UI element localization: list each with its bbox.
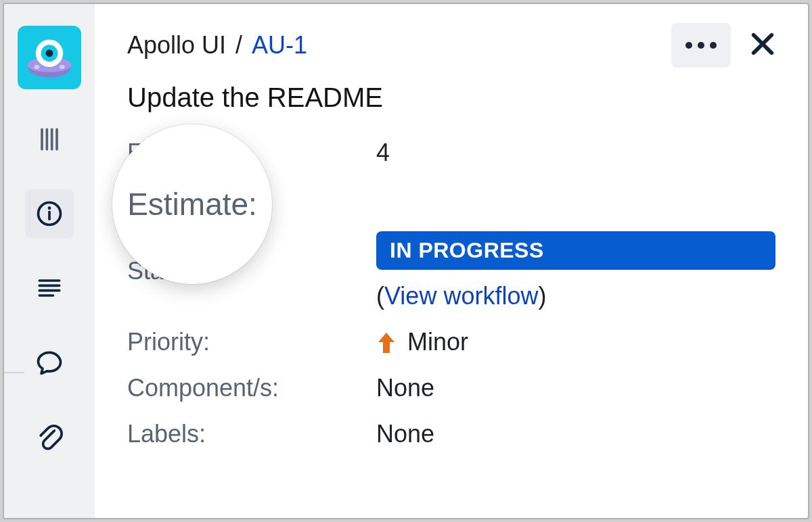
workflow-line: (View workflow) (376, 282, 775, 310)
priority-label: Priority: (127, 328, 376, 356)
arrow-up-icon (376, 330, 397, 354)
info-circle-icon (35, 199, 64, 229)
close-button[interactable] (750, 31, 775, 60)
issue-panel: Apollo UI / AU-1 (3, 3, 809, 519)
status-badge[interactable]: IN PROGRESS (376, 231, 775, 270)
status-cell: IN PROGRESS (View workflow) (376, 231, 775, 310)
priority-cell[interactable]: Minor (376, 328, 775, 356)
details-heading: Details (127, 185, 775, 214)
svg-point-5 (34, 65, 39, 69)
breadcrumb-project[interactable]: Apollo UI (127, 31, 226, 60)
sidebar-comments[interactable] (25, 338, 74, 387)
speech-bubble-icon (35, 348, 64, 377)
breadcrumb-issue-key[interactable]: AU-1 (252, 31, 307, 60)
components-label: Component/s: (127, 374, 376, 402)
svg-point-6 (60, 65, 65, 69)
content-area: Apollo UI / AU-1 (95, 4, 808, 518)
sidebar-grip[interactable] (25, 115, 74, 164)
paren-open: ( (376, 282, 384, 310)
svg-point-12 (48, 206, 51, 210)
components-value[interactable]: None (376, 374, 775, 402)
grip-vertical-icon (35, 124, 64, 154)
header-actions (671, 23, 775, 68)
labels-value[interactable]: None (376, 420, 775, 448)
breadcrumb: Apollo UI / AU-1 (127, 31, 307, 60)
estimate-label: Estimate: (127, 139, 376, 167)
svg-point-4 (46, 49, 53, 57)
estimate-value[interactable]: 4 (376, 139, 775, 167)
issue-header: Apollo UI / AU-1 (127, 23, 775, 68)
project-avatar[interactable] (18, 26, 81, 89)
view-workflow-link[interactable]: View workflow (384, 282, 538, 310)
breadcrumb-separator: / (235, 31, 242, 60)
paren-close: ) (538, 282, 546, 310)
details-grid: Estimate: 4 Details Status: IN PROGRESS … (127, 139, 775, 448)
align-left-icon (35, 273, 64, 303)
sidebar-divider (3, 372, 24, 373)
more-actions-button[interactable] (671, 23, 731, 68)
paperclip-icon (35, 422, 64, 452)
alien-ufo-icon (23, 31, 76, 84)
more-dots-icon (685, 42, 692, 49)
labels-label: Labels: (127, 420, 376, 448)
priority-value: Minor (407, 328, 468, 356)
close-x-icon (750, 31, 775, 57)
sidebar-description[interactable] (25, 264, 74, 312)
sidebar-info[interactable] (25, 189, 74, 238)
status-label: Status: (127, 257, 376, 285)
more-dots-icon (710, 42, 717, 49)
sidebar-attachments[interactable] (25, 412, 74, 461)
issue-title[interactable]: Update the README (127, 82, 775, 113)
sidebar (4, 4, 95, 518)
more-dots-icon (698, 42, 704, 49)
